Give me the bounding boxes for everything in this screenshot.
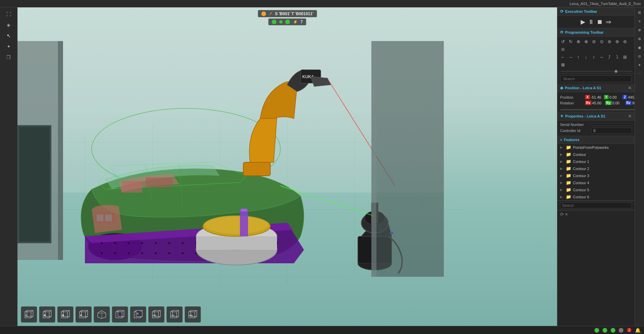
controller-id-value[interactable]: 0	[591, 128, 632, 134]
feature-item-5[interactable]: ▶ 📁 Contour 4	[557, 179, 635, 186]
far-btn-8[interactable]: ⋯	[636, 70, 643, 77]
properties-grid: Serial Number Controller Id 0	[557, 121, 635, 136]
nav-cube-right[interactable]: R	[39, 306, 55, 323]
far-btn-3[interactable]: ⊕	[636, 26, 643, 34]
nav-cube-lr[interactable]: LR	[166, 306, 183, 323]
grid-view-button[interactable]: ≡	[565, 212, 568, 217]
list-tree-button[interactable]: ⟳	[560, 212, 564, 217]
prog-btn-3[interactable]: ⊕	[575, 38, 582, 45]
exec-pause-button[interactable]: ⏸	[588, 19, 594, 26]
far-btn-6[interactable]: ⊘	[636, 53, 643, 60]
rotation-values: Rx 45.00 Ry 0.00 Rz 90.0	[585, 101, 635, 105]
serial-number-value[interactable]	[591, 124, 632, 126]
svg-text:LR: LR	[171, 314, 174, 317]
features-panel-header[interactable]: ≡ Features	[557, 136, 635, 144]
prog-btn-2[interactable]: ↻	[567, 38, 574, 45]
prog-btn-11[interactable]: ←	[559, 54, 566, 60]
search-input[interactable]	[563, 77, 629, 81]
pointer-button[interactable]: ↖	[3, 31, 15, 40]
prog-btn-16[interactable]: ↔	[598, 54, 605, 60]
right-panel: ⟳ Execution Toolbar ▶ ⏸ ⏹ ⇒ ⟳ Programmin…	[557, 7, 635, 326]
pos-z: Z 445.6	[622, 95, 635, 99]
prog-btn-12[interactable]: →	[567, 54, 574, 60]
exec-run-button[interactable]: ⇒	[606, 18, 611, 26]
feature-item-6[interactable]: ▶ 📁 Contour 5	[557, 186, 635, 193]
programming-toolbar-title: ⟳ Programming Toolbar	[560, 30, 604, 35]
properties-panel-header[interactable]: ✦ Properties - Leica A S1 ✕	[557, 112, 635, 121]
position-slider[interactable]	[560, 109, 635, 110]
feature-item-7[interactable]: ▶ 📁 Contour 6	[557, 193, 635, 200]
features-panel-section: ≡ Features ▶ 📁 PointsFromPolyworks ▶ 📁 C…	[557, 136, 635, 201]
feature-item-3[interactable]: ▶ 📁 Contour 2	[557, 165, 635, 172]
position-close-button[interactable]: ✕	[628, 86, 632, 90]
copy-button[interactable]: ❐	[3, 53, 15, 62]
feature-item-4[interactable]: ▶ 📁 Contour 3	[557, 172, 635, 179]
nav-cube-iso[interactable]	[94, 306, 110, 323]
prog-btn-17[interactable]: ⤴	[606, 54, 613, 60]
prog-btn-13[interactable]: ↑	[575, 54, 582, 60]
svg-point-20	[155, 242, 157, 244]
svg-rect-12	[97, 214, 103, 221]
prog-btn-20[interactable]: ⊠	[559, 61, 566, 68]
far-btn-1[interactable]: ⊞	[636, 9, 643, 16]
feature-item-0[interactable]: ▶ 📁 PointsFromPolyworks	[557, 144, 635, 151]
nav-cube-home[interactable]	[112, 306, 128, 323]
ry-axis-label: Ry	[605, 101, 612, 105]
svg-point-35	[168, 252, 170, 254]
viewport[interactable]: KUKA	[18, 7, 557, 326]
diamond-button[interactable]: ◈	[3, 20, 15, 30]
svg-rect-63	[19, 127, 50, 241]
properties-panel-section: ✦ Properties - Leica A S1 ✕ Serial Numbe…	[557, 112, 635, 136]
transform-button[interactable]: ✦	[3, 42, 15, 51]
feature-item-2[interactable]: ▶ 📁 Contour 1	[557, 158, 635, 165]
execution-toolbar-header[interactable]: ⟳ Execution Toolbar	[557, 7, 635, 16]
svg-text:F: F	[80, 314, 82, 317]
status-indicator-4	[619, 328, 623, 333]
prog-btn-4[interactable]: ⊗	[583, 38, 589, 45]
nav-cube-rb[interactable]: RB	[185, 306, 201, 323]
prog-btn-9[interactable]: ⊜	[621, 38, 628, 45]
svg-rect-13	[105, 214, 112, 221]
fit-view-button[interactable]: ⛶	[3, 9, 15, 19]
view-controls: ⟳ ≡	[557, 210, 635, 218]
svg-point-34	[155, 252, 157, 254]
prog-btn-7[interactable]: ⊚	[606, 38, 613, 45]
position-panel-title: ◈ Position - Leica A S1	[560, 86, 601, 90]
svg-point-22	[182, 242, 184, 244]
prog-btn-19[interactable]: ⊞	[621, 54, 628, 60]
bottom-search-input[interactable]	[560, 202, 632, 208]
nav-cube-front[interactable]: F	[75, 306, 92, 323]
bell-icon[interactable]: 🔔	[635, 328, 641, 333]
position-panel-header[interactable]: ◈ Position - Leica A S1 ✕	[557, 84, 635, 92]
prog-btn-5[interactable]: ⊘	[590, 38, 597, 45]
nav-cube-left[interactable]: L	[21, 306, 37, 323]
y-axis-label: Y	[604, 95, 609, 99]
prog-btn-15[interactable]: ↕	[590, 54, 597, 60]
folder-icon-1: 📁	[566, 152, 571, 157]
execution-icon: ⟳	[560, 9, 563, 14]
nav-cube-fr[interactable]: FR	[148, 306, 164, 323]
prog-btn-14[interactable]: ↓	[583, 54, 589, 60]
nav-cube-back[interactable]: B	[57, 306, 73, 323]
far-btn-7[interactable]: ✦	[636, 61, 643, 69]
prog-btn-6[interactable]: ⊙	[598, 38, 605, 45]
properties-close-button[interactable]: ✕	[628, 114, 632, 119]
feature-item-1[interactable]: ▶ 📁 Contour	[557, 151, 635, 158]
nav-cube-bl[interactable]: B	[130, 306, 146, 323]
expand-icon-2: ▶	[560, 160, 564, 163]
far-btn-2[interactable]: ≡	[636, 18, 643, 25]
programming-toolbar-header[interactable]: ⟳ Programming Toolbar	[557, 28, 635, 37]
feature-name-5: Contour 4	[573, 181, 589, 185]
prog-btn-10[interactable]: ⊝	[559, 46, 566, 53]
properties-icon: ✦	[560, 114, 563, 119]
prog-btn-1[interactable]: ↺	[559, 38, 566, 45]
prog-btn-8[interactable]: ⊛	[614, 38, 620, 45]
prog-btn-18[interactable]: ⤵	[614, 54, 620, 60]
rotation-label: Rotation	[560, 101, 584, 105]
status-bar: 2 🔔	[0, 326, 644, 334]
far-btn-5[interactable]: ◉	[636, 44, 643, 51]
exec-play-button[interactable]: ▶	[581, 18, 585, 26]
exec-stop-button[interactable]: ⏹	[597, 19, 603, 26]
far-btn-4[interactable]: ⊗	[636, 35, 643, 42]
position-panel-section: ◈ Position - Leica A S1 ✕ Position X -51…	[557, 84, 635, 112]
